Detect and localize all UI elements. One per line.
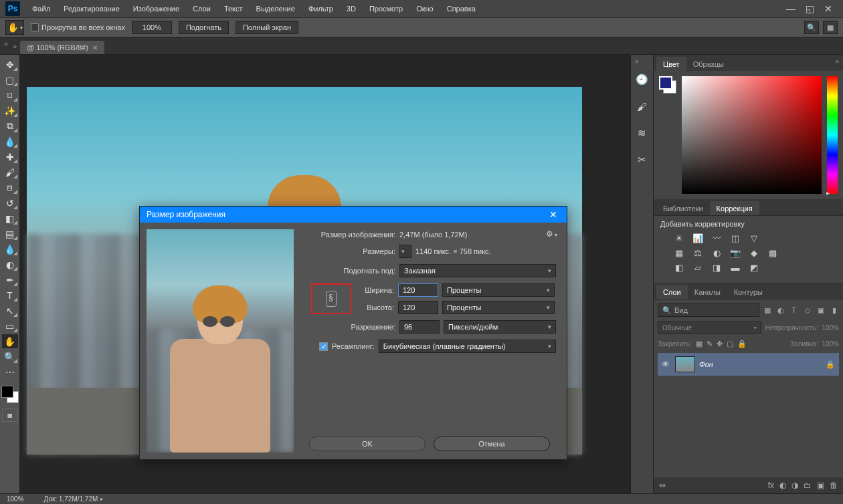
history-panel-icon[interactable]: 🕘 bbox=[635, 72, 650, 87]
lock-pixels-icon[interactable]: ▦ bbox=[696, 340, 702, 348]
move-tool[interactable]: ✥ bbox=[2, 57, 18, 72]
edit-toolbar[interactable]: ⋯ bbox=[2, 365, 18, 379]
new-group-icon[interactable]: 🗀 bbox=[804, 481, 812, 490]
color-tab[interactable]: Цвет bbox=[656, 57, 686, 71]
resolution-input[interactable] bbox=[399, 320, 440, 334]
magic-wand-tool[interactable]: ✨ bbox=[2, 104, 18, 118]
blur-tool[interactable]: 💧 bbox=[2, 242, 18, 256]
history-brush-tool[interactable]: ↺ bbox=[2, 196, 18, 210]
menu-file[interactable]: Файл bbox=[27, 2, 56, 15]
channels-tab[interactable]: Каналы bbox=[688, 285, 727, 299]
color-swatches[interactable] bbox=[659, 76, 676, 94]
layer-name-label[interactable]: Фон bbox=[699, 360, 822, 368]
tool-presets-panel-icon[interactable]: ✂ bbox=[635, 152, 650, 167]
swatches-tab[interactable]: Образцы bbox=[686, 57, 731, 71]
zoom-tool[interactable]: 🔍 bbox=[2, 350, 18, 364]
height-input[interactable] bbox=[398, 301, 438, 314]
layer-filter-select[interactable]: 🔍 Вид bbox=[658, 303, 759, 317]
brush-tool[interactable]: 🖌 bbox=[2, 165, 18, 179]
dialog-titlebar[interactable]: Размер изображения ✕ bbox=[140, 207, 567, 223]
color-swatch[interactable] bbox=[1, 386, 19, 403]
lock-position-icon[interactable]: ✥ bbox=[717, 340, 723, 348]
filter-adjust-icon[interactable]: ◐ bbox=[775, 305, 785, 316]
dialog-gear-icon[interactable]: ⚙ bbox=[546, 229, 557, 239]
channel-mixer-icon[interactable]: ◆ bbox=[747, 247, 761, 259]
gradient-tool[interactable]: ▤ bbox=[2, 227, 18, 241]
menu-3d[interactable]: 3D bbox=[341, 2, 361, 15]
dimensions-unit-toggle[interactable] bbox=[399, 245, 411, 258]
height-unit-select[interactable]: Проценты bbox=[442, 301, 555, 314]
brush-settings-panel-icon[interactable]: ≋ bbox=[635, 126, 650, 140]
canvas-area[interactable]: Размер изображения ✕ ⚙ bbox=[20, 55, 630, 493]
curves-icon[interactable]: 〰 bbox=[710, 232, 723, 244]
menu-text[interactable]: Текст bbox=[219, 2, 248, 15]
fit-button[interactable]: Подогнать bbox=[179, 21, 229, 34]
brush-panel-icon[interactable]: 🖌 bbox=[635, 99, 650, 114]
hue-sat-icon[interactable]: ▦ bbox=[672, 247, 686, 259]
search-icon[interactable]: 🔍 bbox=[804, 21, 819, 34]
layer-visibility-icon[interactable]: 👁 bbox=[662, 360, 671, 369]
pen-tool[interactable]: ✒ bbox=[2, 273, 18, 287]
quick-mask-toggle[interactable]: ◙ bbox=[2, 408, 18, 422]
path-selection-tool[interactable]: ↖ bbox=[2, 303, 18, 318]
lock-brush-icon[interactable]: ✎ bbox=[707, 340, 713, 348]
status-zoom[interactable]: 100% bbox=[7, 495, 24, 503]
dialog-close-icon[interactable]: ✕ bbox=[547, 209, 560, 220]
posterize-icon[interactable]: ▱ bbox=[691, 261, 705, 273]
marquee-tool[interactable]: ▢ bbox=[2, 73, 18, 87]
paths-tab[interactable]: Контуры bbox=[727, 285, 769, 299]
layer-row-background[interactable]: 👁 Фон 🔒 bbox=[658, 353, 839, 376]
threshold-icon[interactable]: ◨ bbox=[710, 261, 723, 273]
width-unit-select[interactable]: Проценты bbox=[442, 283, 555, 297]
filter-pixel-icon[interactable]: ▦ bbox=[762, 305, 772, 316]
opacity-value[interactable]: 100% bbox=[822, 324, 839, 332]
dodge-tool[interactable]: ◐ bbox=[2, 257, 18, 271]
eraser-tool[interactable]: ◧ bbox=[2, 211, 18, 225]
adjustments-tab[interactable]: Коррекция bbox=[710, 201, 759, 215]
levels-icon[interactable]: 📊 bbox=[691, 232, 705, 244]
lock-all-icon[interactable]: 🔒 bbox=[737, 340, 747, 348]
brightness-icon[interactable]: ☀ bbox=[672, 232, 686, 244]
healing-brush-tool[interactable]: ✚ bbox=[2, 150, 18, 164]
hand-tool-icon[interactable]: ✋ bbox=[5, 20, 24, 35]
foreground-color[interactable] bbox=[1, 386, 13, 398]
menu-edit[interactable]: Редактирование bbox=[58, 2, 125, 15]
invert-icon[interactable]: ◧ bbox=[672, 261, 686, 273]
menu-image[interactable]: Изображение bbox=[128, 2, 185, 15]
lasso-tool[interactable]: ⌑ bbox=[2, 88, 18, 102]
ok-button[interactable]: OK bbox=[309, 436, 426, 451]
tab-close-icon[interactable]: ✕ bbox=[92, 44, 98, 51]
resample-method-select[interactable]: Бикубическая (плавные градиенты) bbox=[379, 340, 556, 353]
window-close[interactable]: ✕ bbox=[823, 3, 834, 14]
lock-artboard-icon[interactable]: ▢ bbox=[727, 340, 733, 348]
scroll-all-windows-checkbox[interactable]: Прокрутка во всех окнах bbox=[31, 23, 125, 31]
layer-lock-icon[interactable]: 🔒 bbox=[826, 360, 835, 369]
delete-layer-icon[interactable]: 🗑 bbox=[830, 481, 838, 490]
menu-help[interactable]: Справка bbox=[442, 2, 481, 15]
menu-window[interactable]: Окно bbox=[411, 2, 439, 15]
layer-fx-icon[interactable]: fx bbox=[768, 481, 774, 490]
menu-layers[interactable]: Слои bbox=[187, 2, 216, 15]
blend-mode-select[interactable]: Обычные bbox=[658, 322, 761, 334]
menu-filter[interactable]: Фильтр bbox=[303, 2, 339, 15]
hue-slider[interactable] bbox=[827, 76, 838, 194]
selective-color-icon[interactable]: ◩ bbox=[747, 261, 761, 273]
exposure-icon[interactable]: ◫ bbox=[729, 232, 742, 244]
cancel-button[interactable]: Отмена bbox=[434, 436, 550, 451]
new-adjustment-icon[interactable]: ◑ bbox=[791, 481, 798, 490]
foreground-swatch[interactable] bbox=[659, 76, 672, 90]
new-layer-icon[interactable]: ▣ bbox=[817, 481, 824, 490]
chain-link-icon[interactable] bbox=[326, 291, 337, 307]
window-maximize[interactable]: ◱ bbox=[804, 3, 815, 14]
zoom-level[interactable]: 100% bbox=[132, 21, 172, 34]
crop-tool[interactable]: ⧉ bbox=[2, 119, 18, 133]
vibrance-icon[interactable]: ▽ bbox=[747, 232, 761, 244]
clone-stamp-tool[interactable]: ⧈ bbox=[2, 180, 18, 195]
photo-filter-icon[interactable]: 📷 bbox=[729, 247, 742, 259]
eyedropper-tool[interactable]: 💧 bbox=[2, 134, 18, 148]
layers-tab[interactable]: Слои bbox=[656, 285, 688, 299]
filter-shape-icon[interactable]: ◇ bbox=[802, 305, 812, 316]
menu-select[interactable]: Выделение bbox=[251, 2, 300, 15]
workspace-icon[interactable]: ▦ bbox=[823, 21, 838, 34]
status-doc-size[interactable]: Док: 1,72M/1,72M bbox=[44, 495, 104, 503]
